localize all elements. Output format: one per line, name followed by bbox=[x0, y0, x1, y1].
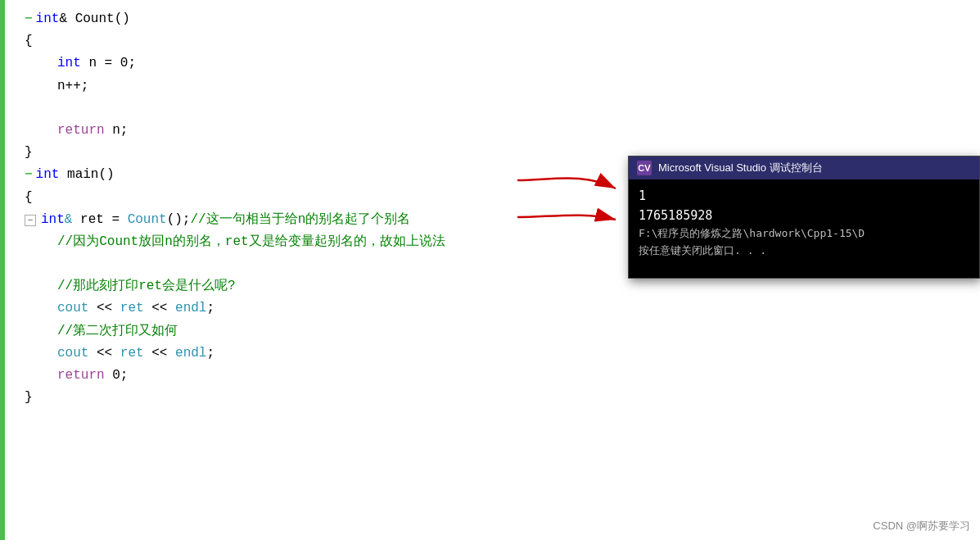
code-line-3: int n = 0; bbox=[25, 52, 980, 75]
code-line-4: n++; bbox=[25, 75, 980, 98]
output-line-2: 1765185928 bbox=[639, 206, 969, 225]
code-line-2: { bbox=[25, 30, 980, 52]
left-accent-bar bbox=[0, 0, 5, 540]
code-line-13: //那此刻打印ret会是什么呢? bbox=[25, 275, 980, 297]
output-line-1: 1 bbox=[639, 186, 969, 206]
code-line-15: //第二次打印又如何 bbox=[25, 320, 980, 343]
code-line-16: cout << ret << endl ; bbox=[25, 343, 980, 365]
vs-debug-popup[interactable]: CV Microsoft Visual Studio 调试控制台 1 17651… bbox=[628, 156, 980, 279]
code-line-5 bbox=[25, 98, 980, 120]
code-line-14: cout << ret << endl ; bbox=[25, 297, 980, 320]
collapse-minus-1[interactable]: − bbox=[25, 8, 33, 30]
code-line-6: return n; bbox=[25, 120, 980, 142]
popup-title: Microsoft Visual Studio 调试控制台 bbox=[658, 161, 823, 175]
popup-content: 1 1765185928 F:\程序员的修炼之路\hardwork\Cpp1-1… bbox=[629, 179, 979, 278]
popup-titlebar: CV Microsoft Visual Studio 调试控制台 bbox=[629, 157, 979, 179]
code-line-18: } bbox=[25, 387, 980, 409]
popup-press: 按任意键关闭此窗口. . . bbox=[639, 243, 969, 260]
vs-icon: CV bbox=[637, 161, 652, 175]
popup-path: F:\程序员的修炼之路\hardwork\Cpp1-15\D bbox=[639, 225, 969, 243]
keyword-int-1: int bbox=[36, 8, 60, 30]
main-container: − int& Count() { int n = 0; n++; return … bbox=[0, 0, 980, 540]
collapse-minus-2[interactable]: − bbox=[25, 164, 33, 186]
code-line-17: return 0; bbox=[25, 365, 980, 387]
watermark: CSDN @啊苏要学习 bbox=[873, 519, 970, 533]
code-line-1: − int& Count() bbox=[25, 8, 980, 30]
collapse-box[interactable]: − bbox=[25, 215, 36, 226]
